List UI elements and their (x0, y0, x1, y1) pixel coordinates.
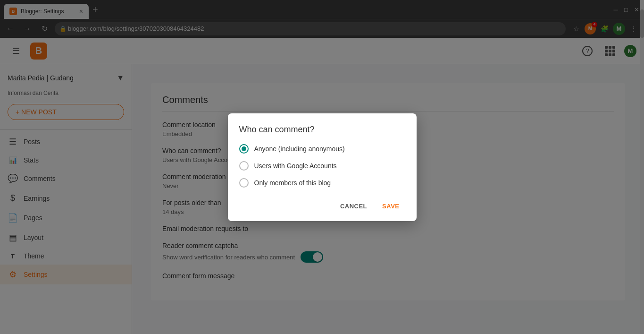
radio-label-members: Only members of this blog (254, 179, 331, 187)
dialog: Who can comment? Anyone (including anony… (228, 113, 417, 221)
cancel-button[interactable]: CANCEL (335, 199, 373, 214)
radio-option-members[interactable]: Only members of this blog (239, 178, 405, 188)
radio-dot-anyone (242, 146, 246, 151)
dialog-title: Who can comment? (239, 125, 405, 135)
radio-option-google[interactable]: Users with Google Accounts (239, 161, 405, 171)
radio-circle-members (239, 178, 249, 188)
dialog-actions: CANCEL SAVE (239, 199, 405, 214)
save-button[interactable]: SAVE (376, 199, 405, 214)
radio-group: Anyone (including anonymous) Users with … (239, 144, 405, 188)
radio-label-anyone: Anyone (including anonymous) (254, 145, 345, 153)
radio-circle-anyone (239, 144, 249, 154)
radio-option-anyone[interactable]: Anyone (including anonymous) (239, 144, 405, 154)
radio-circle-google (239, 161, 249, 171)
radio-label-google: Users with Google Accounts (254, 162, 337, 170)
dialog-overlay[interactable]: Who can comment? Anyone (including anony… (0, 0, 644, 334)
